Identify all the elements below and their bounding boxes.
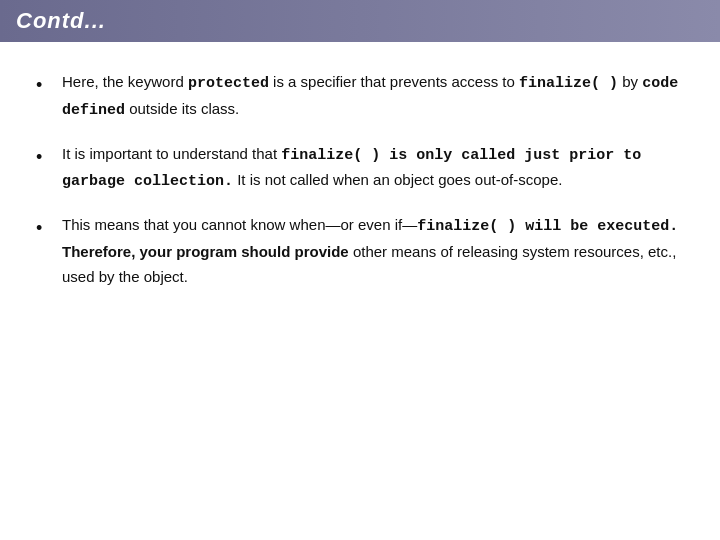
bullet-icon: •	[36, 143, 54, 172]
bullet-text-1: Here, the keyword protected is a specifi…	[62, 70, 684, 124]
content-area: • Here, the keyword protected is a speci…	[0, 42, 720, 327]
keyword-therefore: Therefore, your program should provide	[62, 243, 349, 260]
keyword-protected: protected	[188, 75, 269, 92]
header-bar: Contd...	[0, 0, 720, 42]
bullet-icon: •	[36, 71, 54, 100]
list-item: • This means that you cannot know when—o…	[36, 213, 684, 289]
keyword-finalize-executed: finalize( ) will be executed.	[417, 218, 678, 235]
list-item: • Here, the keyword protected is a speci…	[36, 70, 684, 124]
bullet-icon: •	[36, 214, 54, 243]
slide-container: Contd... • Here, the keyword protected i…	[0, 0, 720, 540]
header-title: Contd...	[16, 8, 106, 34]
keyword-finalize1: finalize( )	[519, 75, 618, 92]
list-item: • It is important to understand that fin…	[36, 142, 684, 196]
bullet-text-3: This means that you cannot know when—or …	[62, 213, 684, 289]
bullet-list: • Here, the keyword protected is a speci…	[36, 70, 684, 289]
bullet-text-2: It is important to understand that final…	[62, 142, 684, 196]
keyword-finalize-only-called: finalize( ) is only called just prior to…	[62, 147, 641, 191]
